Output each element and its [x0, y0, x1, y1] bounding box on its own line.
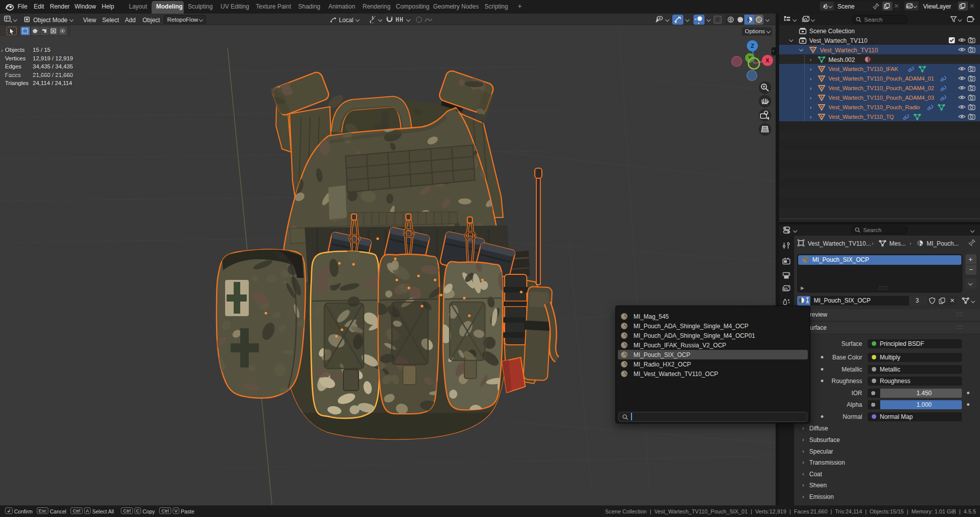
svg-text:X: X [765, 57, 769, 63]
svg-text:Z: Z [751, 43, 754, 49]
